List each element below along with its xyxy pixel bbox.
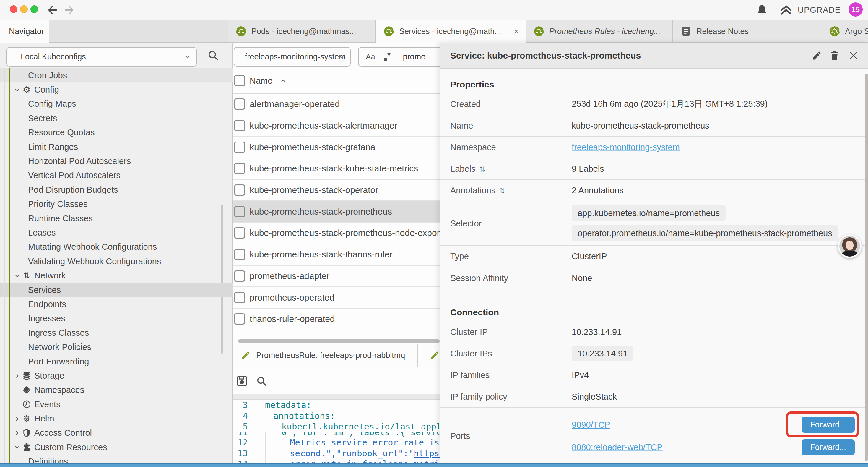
sort-toggle-icon[interactable]: ⇅ <box>479 165 485 173</box>
row-checkbox[interactable] <box>234 163 245 174</box>
sidebar-item-leases[interactable]: Leases <box>0 226 232 240</box>
table-row[interactable]: prometheus-adapter <box>232 266 440 287</box>
table-row[interactable]: prometheus-operated <box>232 287 440 309</box>
select-all-checkbox[interactable] <box>234 75 245 86</box>
tab-services-icecheng-math[interactable]: Services - icecheng@math...× <box>375 20 526 42</box>
notification-count-badge[interactable]: 15 <box>848 2 863 17</box>
row-checkbox[interactable] <box>234 142 245 153</box>
zoom-window-button[interactable] <box>30 5 38 13</box>
search-icon[interactable] <box>207 49 219 61</box>
tab-pods-icecheng-mathmas[interactable]: Pods - icecheng@mathmas... <box>228 20 375 42</box>
editor-search-icon[interactable] <box>255 375 267 387</box>
sidebar-item-endpoints[interactable]: Endpoints <box>0 297 232 311</box>
sidebar-item-network[interactable]: ⇅Network <box>0 268 232 283</box>
sidebar-item-helm[interactable]: Helm <box>0 411 232 426</box>
minimize-window-button[interactable] <box>20 5 28 13</box>
table-row[interactable]: alertmanager-operated <box>232 94 440 115</box>
sidebar-item-vertical-pod-autoscalers[interactable]: Vertical Pod Autoscalers <box>0 169 232 183</box>
code-line-11[interactable]: 110","for":"1m","labels":{"service":" <box>232 432 440 437</box>
regex-toggle-icon[interactable]: * <box>384 52 394 62</box>
code-line-13[interactable]: 13second.","runbook_url":"https://net <box>232 448 440 459</box>
table-row[interactable]: kube-prometheus-stack-operator <box>232 180 440 201</box>
detail-scrollbar[interactable] <box>865 74 868 461</box>
sort-ascending-icon[interactable] <box>280 78 287 85</box>
row-checkbox[interactable] <box>234 292 245 303</box>
sidebar-item-ingress-classes[interactable]: Ingress Classes <box>0 326 232 340</box>
namespace-link[interactable]: freeleaps-monitoring-system <box>572 143 680 152</box>
search-filter-input[interactable]: Aa * prome <box>358 47 440 66</box>
match-case-toggle[interactable]: Aa <box>366 52 375 61</box>
code-line-4[interactable]: 4annotations: <box>232 411 440 421</box>
row-checkbox[interactable] <box>234 227 245 238</box>
port-link[interactable]: 9090/TCP <box>572 420 610 430</box>
table-row[interactable]: kube-prometheus-stack-prometheus-node-ex… <box>232 223 440 244</box>
sidebar-item-access-control[interactable]: Access Control <box>0 426 232 440</box>
upgrade-label[interactable]: UPGRADE <box>798 0 840 20</box>
value-chip[interactable]: 10.233.14.91 <box>572 346 633 361</box>
tab-argo-se[interactable]: Argo Se <box>821 20 868 42</box>
sidebar-item-pod-disruption-budgets[interactable]: Pod Disruption Budgets <box>0 183 232 197</box>
sidebar-item-resource-quotas[interactable]: Resource Quotas <box>0 126 232 140</box>
close-tab-icon[interactable]: × <box>514 27 519 36</box>
editor-tab-partial[interactable] <box>418 344 440 367</box>
sidebar-item-definitions[interactable]: Definitions <box>0 455 232 463</box>
sidebar-item-ingresses[interactable]: Ingresses <box>0 312 232 326</box>
edit-pencil-icon[interactable] <box>812 50 822 61</box>
close-window-button[interactable] <box>10 5 18 13</box>
table-row[interactable]: kube-prometheus-stack-alertmanager <box>232 115 440 137</box>
value-chip[interactable]: app.kubernetes.io/name=prometheus <box>572 205 725 221</box>
table-row[interactable]: kube-prometheus-stack-kube-state-metrics <box>232 158 440 180</box>
sidebar-item-horizontal-pod-autoscalers[interactable]: Horizontal Pod Autoscalers <box>0 154 232 168</box>
table-horizontal-scrollbar[interactable] <box>238 339 440 343</box>
table-row[interactable]: kube-prometheus-stack-thanos-ruler <box>232 244 440 266</box>
sidebar-item-mutating-webhook-configurations[interactable]: Mutating Webhook Configurations <box>0 240 232 254</box>
value-chip[interactable]: operator.prometheus.io/name=kube-prometh… <box>572 225 838 241</box>
tab-navigator[interactable]: Navigator <box>0 20 49 42</box>
forward-icon[interactable] <box>63 4 75 16</box>
table-row[interactable]: kube-prometheus-stack-prometheus <box>232 201 440 223</box>
sidebar-item-port-forwarding[interactable]: Port Forwarding <box>0 354 232 369</box>
sidebar-item-priority-classes[interactable]: Priority Classes <box>0 197 232 211</box>
sidebar-item-storage[interactable]: Storage <box>0 369 232 383</box>
user-avatar[interactable] <box>838 234 862 258</box>
row-checkbox[interactable] <box>234 98 245 110</box>
sidebar-item-runtime-classes[interactable]: Runtime Classes <box>0 211 232 226</box>
namespace-select[interactable]: freeleaps-monitoring-system <box>234 47 351 66</box>
editor-divider-band[interactable] <box>232 394 440 400</box>
row-checkbox[interactable] <box>234 313 245 324</box>
sidebar-item-validating-webhook-configurations[interactable]: Validating Webhook Configurations <box>0 254 232 268</box>
row-checkbox[interactable] <box>234 249 245 260</box>
row-checkbox[interactable] <box>234 206 245 217</box>
sidebar-item-config[interactable]: ⚙Config <box>0 83 232 97</box>
row-checkbox[interactable] <box>234 270 245 282</box>
editor-tab-prometheusrule[interactable]: PrometheusRule: freeleaps-prod-rabbitmq <box>232 344 418 367</box>
tab-release-notes[interactable]: Release Notes <box>673 20 821 42</box>
code-line-3[interactable]: 3metadata: <box>232 400 440 411</box>
sidebar-item-cron-jobs[interactable]: Cron Jobs <box>0 68 232 83</box>
tab-prometheus-rules-icecheng[interactable]: Prometheus Rules - icecheng... <box>526 20 673 42</box>
sidebar-item-custom-resources[interactable]: Custom Resources <box>0 440 232 454</box>
upgrade-icon[interactable] <box>779 4 794 17</box>
sidebar-item-services[interactable]: Services <box>0 283 232 297</box>
save-icon[interactable] <box>236 375 248 387</box>
code-line-14[interactable]: 14error rate in freeleaps metrics ser <box>232 459 440 463</box>
sidebar-item-secrets[interactable]: Secrets <box>0 111 232 125</box>
yaml-editor[interactable]: 3metadata:4annotations:5kubectl.kubernet… <box>232 400 440 463</box>
code-line-5[interactable]: 5kubectl.kubernetes.io/last-applied-conf… <box>232 421 440 432</box>
table-row[interactable]: kube-prometheus-stack-grafana <box>232 137 440 158</box>
name-column-header[interactable]: Name <box>250 76 272 85</box>
runbook-url-link[interactable]: https://net <box>414 448 440 459</box>
row-checkbox[interactable] <box>234 120 245 131</box>
sort-toggle-icon[interactable]: ⇅ <box>499 187 505 195</box>
back-icon[interactable] <box>47 4 59 16</box>
sidebar-item-network-policies[interactable]: Network Policies <box>0 340 232 354</box>
table-row[interactable]: thanos-ruler-operated <box>232 309 440 330</box>
kubeconfig-select[interactable]: Local Kubeconfigs <box>6 47 197 66</box>
sidebar-item-limit-ranges[interactable]: Limit Ranges <box>0 140 232 154</box>
forward-button[interactable]: Forward... <box>802 439 855 455</box>
delete-trash-icon[interactable] <box>829 50 840 61</box>
sidebar-item-events[interactable]: Events <box>0 397 232 411</box>
notifications-bell-icon[interactable] <box>756 4 768 17</box>
sidebar-item-config-maps[interactable]: Config Maps <box>0 97 232 111</box>
close-icon[interactable] <box>848 50 859 61</box>
